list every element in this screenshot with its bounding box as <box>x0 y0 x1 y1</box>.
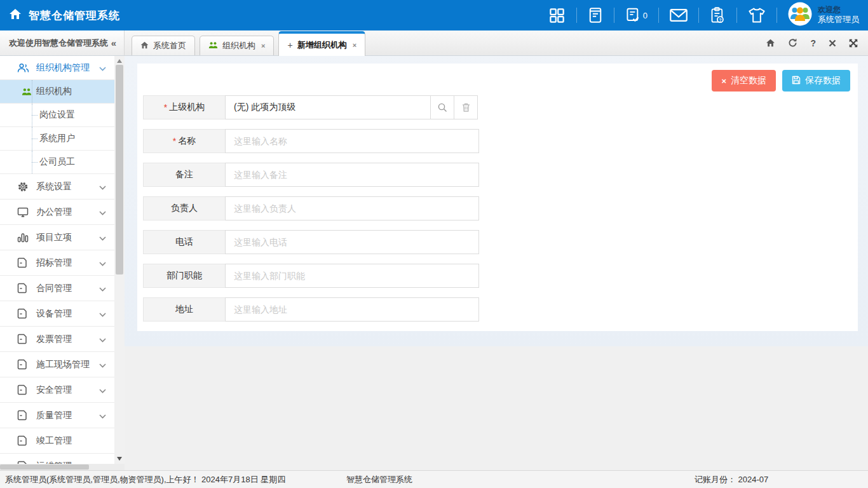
sidebar-header: 欢迎使用智慧仓储管理系统 « <box>0 30 125 56</box>
tab-bar: 欢迎使用智慧仓储管理系统 « 系统首页 组织机构 × + 新增组织机构 × <box>0 30 868 56</box>
plus-icon: + <box>287 40 292 50</box>
header-separator <box>736 8 737 23</box>
sidebar-item-invoices[interactable]: 发票管理 <box>0 327 114 352</box>
sidebar-welcome-text: 欢迎使用智慧仓储管理系统 <box>9 37 108 49</box>
phone-input[interactable] <box>226 231 478 254</box>
save-data-button[interactable]: 保存数据 <box>782 70 850 92</box>
chevron-down-icon <box>99 233 106 243</box>
sidebar-item-org-management[interactable]: 组织机构管理 <box>0 56 114 80</box>
sidebar-item-operations[interactable]: 运维管理 <box>0 454 114 464</box>
sidebar-item-contracts[interactable]: 合同管理 <box>0 276 114 301</box>
sidebar-vertical-scrollbar[interactable] <box>114 56 125 464</box>
address-input[interactable] <box>226 298 478 321</box>
name-input[interactable] <box>226 130 478 152</box>
clipboard-help-icon[interactable]: ? <box>710 7 726 24</box>
sidebar-item-positions[interactable]: 岗位设置 <box>0 104 114 127</box>
sidebar-item-construction-site[interactable]: 施工现场管理 <box>0 352 114 377</box>
clear-field-button[interactable] <box>454 95 478 119</box>
chevron-down-icon <box>99 207 106 217</box>
sidebar-item-office[interactable]: 办公管理 <box>0 200 114 225</box>
current-user: 系统管理员 <box>818 15 859 25</box>
form-row-manager: 负责人 <box>143 196 479 220</box>
apps-grid-icon[interactable] <box>548 7 566 24</box>
status-app-name: 智慧仓储管理系统 <box>346 471 412 488</box>
monitor-icon <box>17 207 29 217</box>
tab-organization[interactable]: 组织机构 × <box>200 36 274 55</box>
parent-org-input[interactable] <box>226 96 430 119</box>
header-separator <box>776 8 777 23</box>
bar-chart-icon <box>17 233 29 243</box>
close-tab-icon[interactable]: × <box>353 41 356 49</box>
sidebar-item-safety[interactable]: 安全管理 <box>0 377 114 403</box>
fullscreen-icon[interactable] <box>849 39 858 48</box>
new-organization-form-card: × 清空数据 保存数据 * 上级机构 <box>137 64 858 331</box>
user-group-icon <box>17 63 29 73</box>
field-label: 部门职能 <box>143 264 226 288</box>
sidebar-nav: 组织机构管理 组织机构 岗位设置 系统用户 公司员工 系统设置 办公管理 <box>0 56 114 464</box>
required-asterisk: * <box>164 102 167 112</box>
form-row-parent-org: * 上级机构 <box>143 95 479 119</box>
scroll-up-arrow[interactable] <box>117 59 122 63</box>
help-icon[interactable]: ? <box>810 38 816 48</box>
chevron-down-icon <box>99 182 106 192</box>
tab-home-icon <box>140 41 149 51</box>
chevron-down-icon <box>99 410 106 421</box>
field-label: 电话 <box>143 230 226 254</box>
sidebar-item-system-users[interactable]: 系统用户 <box>0 127 114 151</box>
document-icon <box>17 308 29 319</box>
todo-count-badge: 0 <box>643 11 648 20</box>
field-label: 负责人 <box>143 196 226 220</box>
app-brand[interactable]: 智慧仓储管理系统 <box>9 8 120 23</box>
sidebar-item-bidding[interactable]: 招标管理 <box>0 250 114 276</box>
app-header: 智慧仓储管理系统 0 ? 欢 <box>0 0 868 30</box>
chevron-down-icon <box>99 258 106 268</box>
lookup-button[interactable] <box>430 95 454 119</box>
app-title: 智慧仓储管理系统 <box>29 8 120 23</box>
accounting-month: 记账月份： 2024-07 <box>695 471 768 488</box>
sidebar-item-quality[interactable]: 质量管理 <box>0 403 114 428</box>
scrollbar-thumb[interactable] <box>0 464 89 470</box>
chevron-down-icon <box>99 283 106 294</box>
chevron-down-icon <box>99 309 106 319</box>
sidebar-item-project-initiation[interactable]: 项目立项 <box>0 225 114 250</box>
document-icon <box>17 283 29 294</box>
users-icon <box>208 41 218 51</box>
field-label: 备注 <box>143 163 226 187</box>
user-menu[interactable]: 欢迎您 系统管理员 <box>788 2 859 29</box>
sidebar-item-equipment[interactable]: 设备管理 <box>0 301 114 327</box>
tab-home[interactable]: 系统首页 <box>132 36 195 55</box>
duty-input[interactable] <box>226 264 478 287</box>
status-bar: 系统管理员(系统管理员,管理员,物资管理员),上午好！ 2024年7月18日 星… <box>0 470 868 488</box>
field-label: * 名称 <box>143 129 226 153</box>
required-asterisk: * <box>173 136 176 146</box>
clear-x-icon: × <box>721 76 726 86</box>
manager-input[interactable] <box>226 197 478 220</box>
tab-new-organization[interactable]: + 新增组织机构 × <box>278 31 365 56</box>
refresh-icon[interactable] <box>788 38 797 48</box>
document-icon <box>17 384 29 395</box>
document-icon <box>17 334 29 344</box>
chevron-down-icon <box>99 334 106 344</box>
mail-icon[interactable] <box>670 8 688 22</box>
organization-form: * 上级机构 * 名称 <box>143 95 479 331</box>
chevron-down-icon <box>99 360 106 370</box>
close-panel-icon[interactable] <box>829 39 836 47</box>
todo-checklist-icon[interactable]: 0 <box>625 7 648 24</box>
clear-data-button[interactable]: × 清空数据 <box>712 70 776 92</box>
sidebar-collapse-button[interactable]: « <box>111 37 116 48</box>
scroll-down-arrow[interactable] <box>117 457 122 461</box>
scrollbar-thumb[interactable] <box>116 65 123 274</box>
close-tab-icon[interactable]: × <box>261 42 265 50</box>
sidebar-item-organization[interactable]: 组织机构 <box>0 80 114 104</box>
sidebar-horizontal-scrollbar[interactable] <box>0 464 125 470</box>
remark-input[interactable] <box>226 163 478 186</box>
sidebar-item-completion[interactable]: 竣工管理 <box>0 428 114 454</box>
field-label: * 上级机构 <box>143 95 226 119</box>
theme-tshirt-icon[interactable] <box>748 7 766 24</box>
header-separator <box>576 8 577 23</box>
sidebar-item-employees[interactable]: 公司员工 <box>0 151 114 174</box>
notebook-icon[interactable] <box>588 7 603 24</box>
main-content: × 清空数据 保存数据 * 上级机构 <box>125 56 868 470</box>
sidebar-item-system-settings[interactable]: 系统设置 <box>0 174 114 200</box>
home-tool-icon[interactable] <box>766 39 775 47</box>
